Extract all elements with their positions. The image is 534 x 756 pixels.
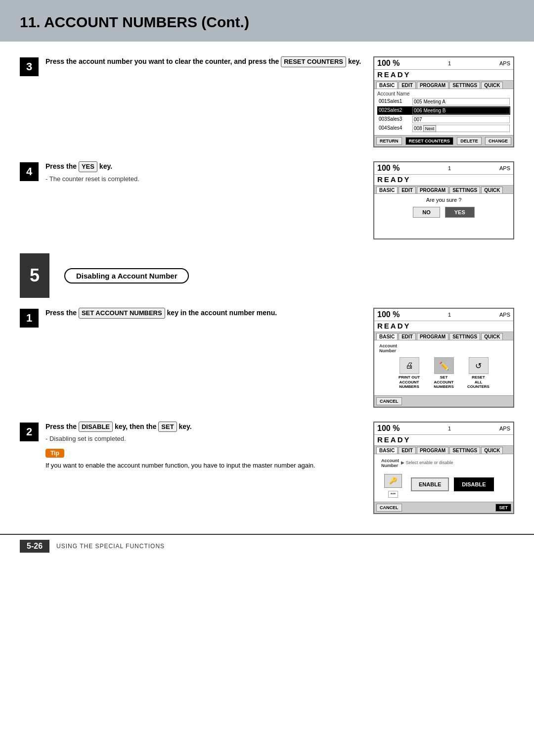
screen-percent-step4: 100 %	[377, 164, 400, 173]
disable-button[interactable]: DISABLE	[454, 477, 493, 491]
set-account-numbers-key: SET ACCOUNT NUMBERS	[79, 308, 165, 319]
screen-mockup-step3: 100 % 1 APS READY BASIC EDIT PROGRAM SET…	[373, 56, 514, 147]
tab-settings-dis2[interactable]: SETTINGS	[449, 447, 480, 454]
set-account-icon-img: ✏️	[434, 357, 454, 374]
section-divider: Disabling a Account Number	[64, 268, 514, 284]
tab-quick-dis1[interactable]: QUICK	[481, 333, 503, 340]
no-button[interactable]: NO	[413, 207, 440, 218]
big-section-number: 5	[20, 253, 49, 298]
screen-top-dis2: 100 % 1 APS	[374, 423, 513, 435]
screen-mockup-step4: 100 % 1 APS READY BASIC EDIT PROGRAM SET…	[373, 161, 514, 239]
account-number-row-dis2: AccountNumber ▶ Select enable or disable	[377, 456, 510, 469]
screen-percent-step3: 100 %	[377, 59, 400, 68]
yn-question: Are you sure ?	[377, 197, 510, 203]
cancel-btn-dis1[interactable]: CANCEL	[376, 397, 402, 405]
tab-edit-step3[interactable]: EDIT	[399, 82, 416, 89]
tab-basic-dis1[interactable]: BASIC	[376, 333, 398, 340]
screen-aps-dis2: APS	[499, 425, 510, 431]
screen-percent-dis1: 100 %	[377, 310, 400, 319]
tab-edit-dis1[interactable]: EDIT	[399, 333, 416, 340]
print-out-label: PRINT OUTACCOUNT NUMBERS	[394, 375, 425, 389]
screen-top-step3: 100 % 1 APS	[374, 57, 513, 70]
tab-settings-dis1[interactable]: SETTINGS	[449, 333, 480, 340]
screen-body-step4: Are you sure ? NO YES	[374, 194, 513, 238]
tab-program-dis1[interactable]: PROGRAM	[417, 333, 448, 340]
tab-quick-step3[interactable]: QUICK	[481, 82, 503, 89]
screen-aps-step4: APS	[499, 165, 510, 171]
step-4-row: 4 Press the YES key. - The counter reset…	[20, 161, 514, 239]
screen-mockup-dis-step2: 100 % 1 APS READY BASIC EDIT PROGRAM SET…	[373, 422, 514, 514]
screen-bottom-step3: RETURN RESET COUNTERS DELETE CHANGE	[374, 135, 513, 146]
screen-tabs-dis2: BASIC EDIT PROGRAM SETTINGS QUICK	[374, 446, 513, 454]
tab-basic-step4[interactable]: BASIC	[376, 187, 398, 193]
set-key: SET	[158, 422, 177, 432]
print-out-icon[interactable]: 🖨 PRINT OUTACCOUNT NUMBERS	[394, 357, 425, 389]
disabling-section-divider-area: Disabling a Account Number	[49, 258, 514, 293]
screen-ready-step4: READY	[374, 175, 513, 186]
dis-step-1-description: Press the SET ACCOUNT NUMBERS key in the…	[45, 308, 363, 319]
tab-settings-step3[interactable]: SETTINGS	[449, 82, 480, 89]
tab-settings-step4[interactable]: SETTINGS	[449, 187, 480, 193]
screen-num-step3: 1	[448, 60, 451, 66]
tab-program-dis2[interactable]: PROGRAM	[417, 447, 448, 454]
tab-quick-step4[interactable]: QUICK	[481, 187, 503, 193]
dis-step-2-text: Press the DISABLE key, then the SET key.…	[45, 422, 373, 471]
cancel-btn-dis2[interactable]: CANCEL	[376, 504, 402, 512]
tab-program-step3[interactable]: PROGRAM	[417, 82, 448, 89]
section-5-row: 5 Disabling a Account Number	[20, 253, 514, 298]
reset-all-icon[interactable]: ↺ RESETALL COUNTERS	[463, 357, 494, 389]
icon-area-dis1: 🖨 PRINT OUTACCOUNT NUMBERS ✏️ SETACCOUNT…	[377, 353, 510, 393]
tab-basic-step3[interactable]: BASIC	[376, 82, 398, 89]
delete-btn-step3[interactable]: DELETE	[457, 137, 482, 145]
enable-disable-row: ENABLE DISABLE	[409, 473, 496, 495]
dis-step-1-text: Press the SET ACCOUNT NUMBERS key in the…	[45, 308, 373, 319]
account-row-4[interactable]: 004Sales4 008Next	[377, 124, 510, 133]
screen-bottom-dis2: CANCEL SET	[374, 502, 513, 513]
account-row-3[interactable]: 003Sales3 007	[377, 115, 510, 124]
set-btn-dis2[interactable]: SET	[495, 504, 511, 512]
screen-body-dis1: AccountNumber 🖨 PRINT OUTACCOUNT NUMBERS…	[374, 340, 513, 395]
return-btn-step3[interactable]: RETURN	[376, 137, 402, 145]
acct-num-label-dis2: AccountNumber	[379, 457, 401, 468]
tab-quick-dis2[interactable]: QUICK	[481, 447, 503, 454]
set-account-icon[interactable]: ✏️ SETACCOUNT NUMBERS	[429, 357, 459, 389]
dis-step-1-number: 1	[20, 309, 39, 328]
step-3-number: 3	[20, 57, 39, 76]
tab-basic-dis2[interactable]: BASIC	[376, 447, 398, 454]
account-row-2[interactable]: 002Sales2 006 Meeting B	[377, 106, 510, 115]
select-label-dis2: ▶ Select enable or disable	[401, 460, 453, 465]
tip-text: If you want to enable the account number…	[45, 461, 363, 471]
reset-counters-key: RESET COUNTERS	[281, 56, 346, 67]
disable-key: DISABLE	[79, 422, 113, 432]
tab-edit-dis2[interactable]: EDIT	[399, 447, 416, 454]
account-row-1[interactable]: 001Sales1 005 Meeting A	[377, 97, 510, 106]
enable-button[interactable]: ENABLE	[411, 477, 449, 491]
change-btn-step3[interactable]: CHANGE	[485, 137, 511, 145]
page-footer: 5-26 USING THE SPECIAL FUNCTIONS	[0, 534, 534, 558]
account-label-row: Account Name	[377, 91, 510, 96]
step-4-sub: - The counter reset is completed.	[45, 174, 363, 184]
dis-step-2-number: 2	[20, 423, 39, 441]
step-3-text: Press the account number you want to cle…	[45, 56, 373, 67]
dis-step-1-row: 1 Press the SET ACCOUNT NUMBERS key in t…	[20, 308, 514, 408]
account-number-label-dis1: AccountNumber	[377, 342, 510, 353]
screen-body-dis2: AccountNumber ▶ Select enable or disable…	[374, 454, 513, 502]
tab-program-step4[interactable]: PROGRAM	[417, 187, 448, 193]
yes-button[interactable]: YES	[445, 207, 475, 218]
screen-mockup-dis-step1: 100 % 1 APS READY BASIC EDIT PROGRAM SET…	[373, 308, 514, 408]
screen-aps-step3: APS	[499, 60, 510, 66]
step-4-number: 4	[20, 162, 39, 181]
footer-text: USING THE SPECIAL FUNCTIONS	[56, 543, 165, 550]
step-4-text: Press the YES key. - The counter reset i…	[45, 161, 373, 184]
screen-ready-step3: READY	[374, 70, 513, 81]
reset-all-label: RESETALL COUNTERS	[463, 375, 494, 389]
dis-step-2-sub: - Disabling set is completed.	[45, 434, 363, 444]
screen-tabs-step4: BASIC EDIT PROGRAM SETTINGS QUICK	[374, 186, 513, 194]
yes-key: YES	[79, 161, 97, 172]
screen-percent-dis2: 100 %	[377, 424, 400, 433]
next-badge[interactable]: Next	[423, 125, 437, 132]
step-3-description: Press the account number you want to cle…	[45, 56, 363, 67]
screen-ready-dis2: READY	[374, 435, 513, 446]
reset-counters-btn-step3[interactable]: RESET COUNTERS	[405, 137, 453, 145]
tab-edit-step4[interactable]: EDIT	[399, 187, 416, 193]
